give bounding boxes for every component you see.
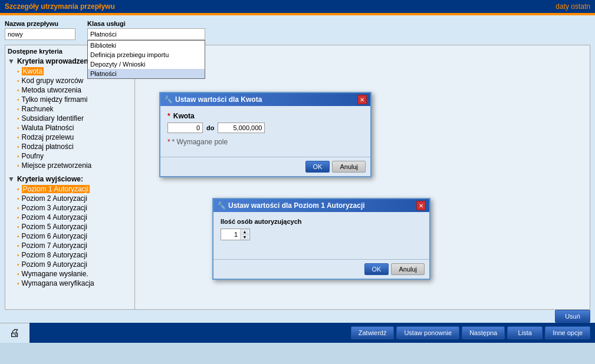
output-label-poziom1: Poziom 1 Autoryzacji <box>22 185 90 193</box>
bullet-kwota: • <box>17 68 19 75</box>
modal-poziom: 🔧 Ustaw wartości dla Poziom 1 Autoryzacj… <box>212 198 430 280</box>
dropdown-item-biblioteki[interactable]: Biblioteki <box>88 41 205 50</box>
list-button[interactable]: Lista <box>507 326 543 339</box>
modal-kwota: 🔧 Ustaw wartości dla Kwota ✕ * Kwota do … <box>159 92 372 177</box>
entry-item-miejsce[interactable]: • Miejsce przetworzenia <box>17 161 132 170</box>
dropdown-item-definicja[interactable]: Definicja przebiegu importu <box>88 50 205 59</box>
output-items-container: • Poziom 1 Autoryzacji • Poziom 2 Autory… <box>17 184 132 288</box>
bullet-poziom2: • <box>17 196 19 202</box>
output-item-poziom8[interactable]: • Poziom 8 Autoryzacji <box>17 250 132 260</box>
service-class-input[interactable]: Płatności <box>87 28 205 40</box>
modal-kwota-body: * Kwota do * * Wymagane pole <box>160 106 370 157</box>
output-item-poziom6[interactable]: • Poziom 6 Autoryzacji <box>17 231 132 241</box>
entry-item-poufny[interactable]: • Poufny <box>17 151 132 161</box>
output-item-wymagana[interactable]: • Wymagana weryfikacja <box>17 279 132 288</box>
entry-item-rachunek[interactable]: • Rachunek <box>17 104 132 114</box>
spinner-up[interactable]: ▲ <box>241 229 249 234</box>
service-class-group: Klasa usługi Płatności Biblioteki Defini… <box>87 20 205 40</box>
modal-kwota-ok[interactable]: OK <box>305 161 330 173</box>
spinner-input[interactable] <box>221 230 240 239</box>
flow-name-group: Nazwa przepływu <box>5 20 75 40</box>
more-button[interactable]: Inne opcje <box>545 326 590 339</box>
modal-kwota-icon: 🔧 <box>164 95 173 104</box>
output-item-poziom5[interactable]: • Poziom 5 Autoryzacji <box>17 222 132 231</box>
kwota-from-input[interactable] <box>167 123 203 133</box>
modal-poziom-close[interactable]: ✕ <box>416 201 426 210</box>
modal-poziom-icon: 🔧 <box>217 201 226 210</box>
bullet-rachunek: • <box>17 106 19 112</box>
app-title: Szczegóły utrzymania przepływu <box>5 2 115 11</box>
dropdown-item-depozyty[interactable]: Depozyty / Wnioski <box>88 59 205 69</box>
output-label-wymagane: Wymagane wysłanie. <box>22 270 88 278</box>
top-bar: Szczegóły utrzymania przepływu daty osta… <box>0 0 595 13</box>
entry-label-poufny: Poufny <box>22 152 44 160</box>
modal-poziom-ok[interactable]: OK <box>364 263 389 275</box>
entry-item-waluta[interactable]: • Waluta Płatności <box>17 123 132 133</box>
modal-poziom-field-label: Ilość osób autoryzujących <box>221 218 422 225</box>
bullet-tylko: • <box>17 97 19 103</box>
dropdown-item-platnosci[interactable]: Płatności <box>88 69 205 78</box>
kwota-range-sep: do <box>206 124 214 131</box>
entry-expand-icon[interactable]: ▼ <box>8 57 15 65</box>
entry-item-metoda[interactable]: • Metoda utworzenia <box>17 85 132 95</box>
modal-kwota-cancel[interactable]: Anuluj <box>332 161 366 173</box>
entry-item-tylko[interactable]: • Tylko między firmami <box>17 95 132 104</box>
print-icon[interactable]: 🖨 <box>9 327 20 339</box>
entry-label-miejsce: Miejsce przetworzenia <box>22 161 92 170</box>
modal-poziom-body: Ilość osób autoryzujących ▲ ▼ <box>213 212 429 259</box>
modal-kwota-title: Ustaw wartości dla Kwota <box>175 95 262 104</box>
output-item-poziom3[interactable]: • Poziom 3 Autoryzacji <box>17 203 132 213</box>
output-label-poziom3: Poziom 3 Autoryzacji <box>22 204 87 212</box>
entry-label-metoda: Metoda utworzenia <box>22 86 81 94</box>
output-item-wymagane[interactable]: • Wymagane wysłanie. <box>17 269 132 279</box>
service-class-select-wrapper: Płatności Biblioteki Definicja przebiegu… <box>87 28 205 40</box>
entry-label-kod: Kod grupy wzorców <box>22 77 84 85</box>
entry-label-rodzaj-platnosci: Rodzaj płatności <box>22 143 74 151</box>
modal-poziom-cancel[interactable]: Anuluj <box>391 263 425 275</box>
kwota-to-input[interactable] <box>218 123 265 133</box>
service-class-label: Klasa usługi <box>87 20 205 27</box>
bullet-kod: • <box>17 78 19 84</box>
bullet-waluta: • <box>17 125 19 131</box>
required-note: * * Wymagane pole <box>167 138 363 146</box>
output-label-poziom4: Poziom 4 Autoryzacji <box>22 213 87 221</box>
output-item-poziom2[interactable]: • Poziom 2 Autoryzacji <box>17 194 132 203</box>
print-area: 🖨 <box>0 323 29 343</box>
entry-label-rodzaj-przelewu: Rodzaj przelewu <box>22 133 74 141</box>
bullet-poziom7: • <box>17 243 19 249</box>
next-button[interactable]: Następna <box>462 326 505 339</box>
spinner-down[interactable]: ▼ <box>241 234 249 240</box>
entry-item-rodzaj-przelewu[interactable]: • Rodzaj przelewu <box>17 133 132 142</box>
output-label-poziom6: Poziom 6 Autoryzacji <box>22 232 87 240</box>
bullet-rodzaj-przelewu: • <box>17 134 19 141</box>
entry-label-kwota: Kwota <box>22 67 44 75</box>
entry-item-rodzaj-platnosci[interactable]: • Rodzaj płatności <box>17 142 132 151</box>
delete-button[interactable]: Usuń <box>555 310 590 323</box>
modal-kwota-field-label: * Kwota <box>167 112 363 120</box>
bullet-wymagane: • <box>17 271 19 277</box>
service-class-dropdown[interactable]: Biblioteki Definicja przebiegu importu D… <box>87 40 205 79</box>
output-expand-icon[interactable]: ▼ <box>8 175 15 183</box>
output-item-poziom9[interactable]: • Poziom 9 Autoryzacji <box>17 260 132 269</box>
left-panel: Dostępne kryteria ▼ Kryteria wprowadzeni… <box>5 45 134 310</box>
modal-kwota-close[interactable]: ✕ <box>357 95 367 104</box>
reset-button[interactable]: Ustaw ponownie <box>396 326 459 339</box>
main-area: Nazwa przepływu Klasa usługi Płatności B… <box>0 15 595 343</box>
output-label-poziom2: Poziom 2 Autoryzacji <box>22 194 87 203</box>
bullet-miejsce: • <box>17 163 19 169</box>
spinner-wrapper: ▲ ▼ <box>221 229 250 240</box>
output-item-poziom7[interactable]: • Poziom 7 Autoryzacji <box>17 241 132 250</box>
flow-name-input[interactable] <box>5 28 75 40</box>
bullet-wymagana: • <box>17 280 19 287</box>
confirm-button[interactable]: Zatwierdź <box>351 326 395 339</box>
form-row: Nazwa przepływu Klasa usługi Płatności B… <box>5 20 590 40</box>
kwota-range-row: do <box>167 123 363 133</box>
output-item-poziom4[interactable]: • Poziom 4 Autoryzacji <box>17 213 132 222</box>
entry-item-subsidiary[interactable]: • Subsidiary Identifier <box>17 114 132 123</box>
bullet-subsidiary: • <box>17 115 19 122</box>
bottom-toolbar: Zatwierdź Ustaw ponownie Następna Lista … <box>0 323 595 343</box>
bullet-poziom4: • <box>17 214 19 221</box>
modal-poziom-title-row: 🔧 Ustaw wartości dla Poziom 1 Autoryzacj… <box>217 201 365 210</box>
output-category: ▼ Kryteria wyjściowe: <box>8 175 132 183</box>
output-item-poziom1[interactable]: • Poziom 1 Autoryzacji <box>17 184 132 194</box>
